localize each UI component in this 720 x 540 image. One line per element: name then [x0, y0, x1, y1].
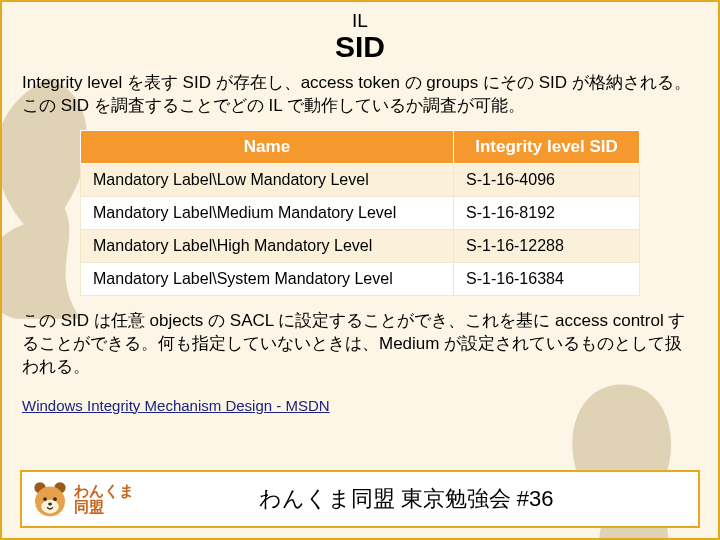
table-row: Mandatory Label\System Mandatory Level S… — [81, 262, 640, 295]
content-area: IL SID Integrity level を表す SID が存在し、acce… — [2, 2, 718, 415]
col-header-sid: Integrity level SID — [454, 130, 640, 163]
table-row: Mandatory Label\High Mandatory Level S-1… — [81, 229, 640, 262]
footer-title: わんくま同盟 東京勉強会 #36 — [134, 484, 698, 514]
cell-name: Mandatory Label\System Mandatory Level — [81, 262, 454, 295]
logo-line1: わんくま — [74, 483, 134, 500]
svg-point-3 — [41, 500, 59, 514]
cell-sid: S-1-16-16384 — [454, 262, 640, 295]
cell-sid: S-1-16-4096 — [454, 163, 640, 196]
col-header-name: Name — [81, 130, 454, 163]
logo: わんくま 同盟 — [22, 479, 134, 519]
msdn-link[interactable]: Windows Integrity Mechanism Design - MSD… — [22, 397, 330, 414]
logo-line2: 同盟 — [74, 499, 134, 516]
slide: IL SID Integrity level を表す SID が存在し、acce… — [0, 0, 720, 540]
bear-icon — [30, 479, 70, 519]
pre-title: IL — [22, 10, 698, 32]
svg-point-4 — [43, 497, 47, 501]
cell-name: Mandatory Label\Low Mandatory Level — [81, 163, 454, 196]
cell-name: Mandatory Label\High Mandatory Level — [81, 229, 454, 262]
footer-bar: わんくま 同盟 わんくま同盟 東京勉強会 #36 — [20, 470, 700, 528]
svg-point-6 — [48, 503, 52, 506]
page-title: SID — [22, 30, 698, 64]
closing-paragraph: この SID は任意 objects の SACL に設定することができ、これを… — [22, 310, 698, 379]
intro-paragraph: Integrity level を表す SID が存在し、access toke… — [22, 72, 698, 118]
table-row: Mandatory Label\Medium Mandatory Level S… — [81, 196, 640, 229]
table-row: Mandatory Label\Low Mandatory Level S-1-… — [81, 163, 640, 196]
sid-table: Name Integrity level SID Mandatory Label… — [80, 130, 640, 296]
cell-sid: S-1-16-12288 — [454, 229, 640, 262]
cell-sid: S-1-16-8192 — [454, 196, 640, 229]
cell-name: Mandatory Label\Medium Mandatory Level — [81, 196, 454, 229]
svg-point-5 — [53, 497, 57, 501]
logo-text: わんくま 同盟 — [74, 483, 134, 516]
